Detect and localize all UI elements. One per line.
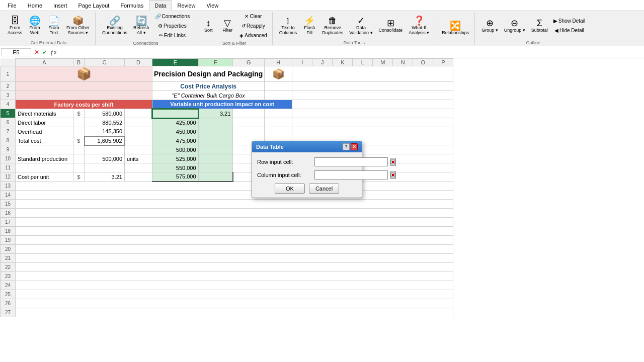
subtotal-button[interactable]: Σ Subtotal (529, 17, 550, 35)
insert-function-icon[interactable]: ƒx (49, 49, 58, 56)
cell-F6[interactable] (198, 118, 233, 127)
col-input-field[interactable] (314, 170, 388, 179)
cell-G5[interactable] (233, 109, 265, 118)
col-header-I[interactable]: I (292, 59, 312, 66)
cell-E12[interactable]: 575,000 (152, 172, 199, 182)
tab-view[interactable]: View (201, 0, 224, 11)
cell-I2[interactable] (292, 82, 453, 91)
cell-B7[interactable] (73, 127, 85, 136)
col-header-C[interactable]: C (85, 59, 125, 66)
col-header-O[interactable]: O (413, 59, 433, 66)
cell-E5[interactable] (152, 109, 199, 118)
cell-A5[interactable]: Direct materials (16, 109, 73, 118)
from-web-button[interactable]: 🌐 FromWeb (26, 15, 44, 37)
cell-C5[interactable]: 580,000 (85, 109, 125, 118)
tab-formulas[interactable]: Formulas (115, 0, 149, 11)
col-header-J[interactable]: J (312, 59, 333, 66)
cell-I3[interactable] (292, 91, 453, 100)
tab-file[interactable]: File (2, 0, 22, 11)
col-header-B[interactable]: B (73, 59, 85, 66)
cell-I1[interactable] (292, 66, 453, 82)
advanced-button[interactable]: ◈ Advanced (237, 31, 269, 40)
cell-B11[interactable] (73, 163, 85, 172)
dialog-cancel-button[interactable]: Cancel (309, 184, 339, 194)
cell-A8[interactable]: Total cost (16, 136, 73, 145)
what-if-button[interactable]: ❓ What-IfAnalysis ▾ (406, 15, 432, 37)
cell-D8[interactable] (125, 136, 152, 145)
cell-C11[interactable] (85, 163, 125, 172)
confirm-formula-icon[interactable]: ✓ (41, 49, 48, 56)
cell-D7[interactable] (125, 127, 152, 136)
cell-C10[interactable]: 500,000 (85, 154, 125, 163)
cell-D9[interactable] (125, 145, 152, 154)
consolidate-button[interactable]: ⊞ Consolidate (376, 17, 406, 35)
from-access-button[interactable]: 🗄 FromAccess (5, 15, 25, 37)
cell-F10[interactable] (198, 154, 233, 163)
col-header-A[interactable]: A (16, 59, 73, 66)
cell-H1[interactable]: 📦 (265, 66, 292, 82)
tab-data[interactable]: Data (149, 0, 172, 11)
col-input-cell-selector[interactable] (390, 171, 396, 179)
cell-E9[interactable]: 500,000 (152, 145, 199, 154)
clear-button[interactable]: ✕ Clear (237, 12, 269, 21)
cell-C9[interactable] (85, 145, 125, 154)
col-header-P[interactable]: P (433, 59, 453, 66)
cell-F7[interactable] (198, 127, 233, 136)
cell-E1[interactable]: Precision Design and Packaging (152, 66, 265, 82)
hide-detail-button[interactable]: ◀ Hide Detail (551, 26, 587, 35)
cell-F5[interactable]: 3.21 (198, 109, 233, 118)
group-button[interactable]: ⊕ Group ▾ (479, 17, 501, 35)
cell-H5[interactable] (265, 109, 292, 118)
cell-D10[interactable]: units (125, 154, 152, 163)
dialog-close-button[interactable]: ✕ (351, 143, 358, 150)
cell-E10[interactable]: 525,000 (152, 154, 199, 163)
cell-F8[interactable] (198, 136, 233, 145)
cell-A9[interactable] (16, 145, 73, 154)
cell-F11[interactable] (198, 163, 233, 172)
cell-D5[interactable] (125, 109, 152, 118)
col-header-G[interactable]: G (233, 59, 265, 66)
cell-E11[interactable]: 550,000 (152, 163, 199, 172)
cell-F12[interactable] (198, 172, 233, 182)
formula-input[interactable] (60, 48, 643, 56)
tab-insert[interactable]: Insert (48, 0, 73, 11)
cell-C7[interactable]: 145,350 (85, 127, 125, 136)
cell-C6[interactable]: 880,552 (85, 118, 125, 127)
filter-button[interactable]: ▽ Filter (218, 17, 236, 35)
cell-B9[interactable] (73, 145, 85, 154)
col-header-E[interactable]: E (152, 59, 199, 66)
ungroup-button[interactable]: ⊖ Ungroup ▾ (502, 17, 528, 35)
cell-E3[interactable]: "E" Container Bulk Cargo Box (152, 91, 265, 100)
connections-button[interactable]: 🔗 Connections (153, 12, 192, 21)
col-header-F[interactable]: F (198, 59, 233, 66)
cell-E6[interactable]: 425,000 (152, 118, 199, 127)
cell-A3[interactable] (16, 91, 152, 100)
col-header-M[interactable]: M (373, 59, 393, 66)
existing-connections-button[interactable]: 🔗 ExistingConnections (100, 15, 130, 37)
cell-F9[interactable] (198, 145, 233, 154)
cell-B5[interactable]: $ (73, 109, 85, 118)
cell-I5[interactable] (292, 109, 453, 118)
col-header-N[interactable]: N (393, 59, 413, 66)
cell-C12[interactable]: 3.21 (85, 172, 125, 182)
cell-H2[interactable] (265, 82, 292, 91)
cell-B10[interactable] (73, 154, 85, 163)
col-header-L[interactable]: L (353, 59, 373, 66)
cell-A2[interactable] (16, 82, 152, 91)
cell-reference-box[interactable] (1, 48, 31, 56)
cell-D6[interactable] (125, 118, 152, 127)
dialog-help-button[interactable]: ? (343, 143, 350, 150)
row-input-field[interactable] (314, 157, 388, 166)
relationships-button[interactable]: 🔀 Relationships (439, 20, 471, 37)
cell-E7[interactable]: 450,000 (152, 127, 199, 136)
data-validation-button[interactable]: ✓ DataValidation ▾ (347, 15, 375, 37)
dialog-title-bar[interactable]: Data Table ? ✕ (252, 141, 362, 152)
from-other-button[interactable]: 📦 From OtherSources ▾ (64, 15, 92, 37)
col-header-H[interactable]: H (265, 59, 292, 66)
cancel-formula-icon[interactable]: ✕ (33, 49, 40, 56)
col-header-D[interactable]: D (125, 59, 152, 66)
cell-G6[interactable] (233, 118, 265, 127)
data-table-dialog[interactable]: Data Table ? ✕ Row input cell: Column in… (252, 141, 362, 198)
cell-A7[interactable]: Overhead (16, 127, 73, 136)
cell-B6[interactable] (73, 118, 85, 127)
